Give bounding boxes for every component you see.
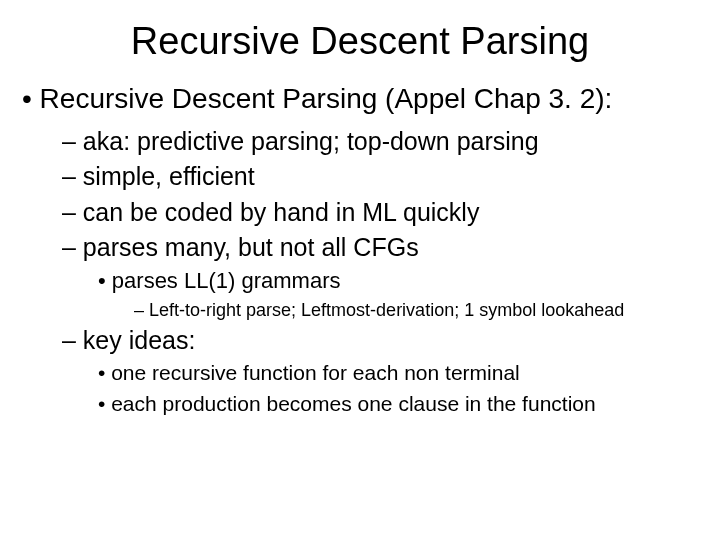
- bullet-level3: each production becomes one clause in th…: [22, 391, 698, 417]
- bullet-level2: aka: predictive parsing; top-down parsin…: [22, 126, 698, 157]
- slide-content: Recursive Descent Parsing (Appel Chap 3.…: [0, 81, 720, 417]
- bullet-level2: simple, efficient: [22, 161, 698, 192]
- bullet-level2: can be coded by hand in ML quickly: [22, 197, 698, 228]
- bullet-level4: Left-to-right parse; Leftmost-derivation…: [22, 299, 698, 322]
- slide-title: Recursive Descent Parsing: [0, 0, 720, 81]
- bullet-level2: parses many, but not all CFGs: [22, 232, 698, 263]
- bullet-level2: key ideas:: [22, 325, 698, 356]
- bullet-level3: parses LL(1) grammars: [22, 267, 698, 295]
- bullet-level1: Recursive Descent Parsing (Appel Chap 3.…: [22, 81, 698, 116]
- bullet-level3: one recursive function for each non term…: [22, 360, 698, 386]
- slide: Recursive Descent Parsing Recursive Desc…: [0, 0, 720, 540]
